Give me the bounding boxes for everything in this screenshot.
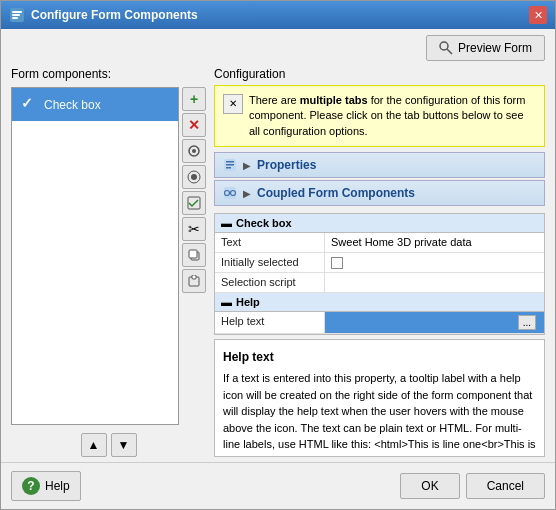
help-section-header[interactable]: ▬ Help	[215, 293, 544, 312]
help-button[interactable]: ? Help	[11, 471, 81, 501]
properties-tab-icon	[223, 158, 237, 172]
list-item[interactable]: ✓ Check box	[12, 88, 178, 121]
tab-properties-label: Properties	[257, 158, 316, 172]
coupled-tab-icon	[223, 186, 237, 200]
action-buttons: OK Cancel	[400, 473, 545, 499]
tab-section: ▶ Properties ▶ Coupled Form Components	[214, 152, 545, 208]
ok-button[interactable]: OK	[400, 473, 459, 499]
option1-button[interactable]	[182, 165, 206, 189]
svg-text:✓: ✓	[21, 95, 33, 111]
main-content: Form components: ✓ Check box +	[1, 67, 555, 462]
move-up-button[interactable]: ▲	[81, 433, 107, 457]
check-box-section-header[interactable]: ▬ Check box	[215, 214, 544, 233]
title-bar: Configure Form Components ✕	[1, 1, 555, 29]
initially-selected-row: Initially selected	[215, 253, 544, 273]
properties-tab-arrow: ▶	[243, 160, 251, 171]
configure-button[interactable]	[182, 139, 206, 163]
svg-point-11	[191, 174, 197, 180]
svg-rect-20	[226, 167, 231, 169]
properties-table: ▬ Check box Text Sweet Home 3D private d…	[214, 213, 545, 335]
initially-selected-label: Initially selected	[215, 253, 325, 272]
help-text-value[interactable]: ...	[325, 312, 544, 333]
text-value[interactable]: Sweet Home 3D private data	[325, 233, 544, 252]
help-text-description: Help text If a text is entered into this…	[214, 339, 545, 457]
help-text-edit-button[interactable]: ...	[518, 315, 536, 330]
tab-coupled-forms-label: Coupled Form Components	[257, 186, 415, 200]
initially-selected-checkbox[interactable]	[331, 257, 343, 269]
remove-component-button[interactable]: ✕	[182, 113, 206, 137]
svg-rect-2	[12, 14, 20, 16]
svg-rect-14	[189, 250, 197, 258]
components-area: ✓ Check box + ✕	[11, 87, 206, 425]
section-collapse-icon: ▬	[221, 217, 232, 229]
warning-box: ✕ There are multiple tabs for the config…	[214, 85, 545, 147]
tab-coupled-forms[interactable]: ▶ Coupled Form Components	[214, 180, 545, 206]
add-component-button[interactable]: +	[182, 87, 206, 111]
help-text-body: If a text is entered into this property,…	[223, 370, 536, 457]
initially-selected-value[interactable]	[325, 253, 544, 272]
components-label: Form components:	[11, 67, 206, 81]
paste-button[interactable]	[182, 269, 206, 293]
help-collapse-icon: ▬	[221, 296, 232, 308]
list-item-label: Check box	[44, 98, 101, 112]
cancel-button[interactable]: Cancel	[466, 473, 545, 499]
config-label: Configuration	[214, 67, 545, 81]
warning-text: There are multiple tabs for the configur…	[249, 93, 536, 139]
svg-rect-19	[226, 164, 234, 166]
svg-point-4	[440, 42, 448, 50]
toolbar: Preview Form	[1, 29, 555, 67]
window-title: Configure Form Components	[31, 8, 198, 22]
svg-rect-16	[192, 275, 196, 279]
help-text-label: Help text	[215, 312, 325, 333]
right-panel: Configuration ✕ There are multiple tabs …	[214, 67, 545, 457]
close-button[interactable]: ✕	[529, 6, 547, 24]
preview-form-button[interactable]: Preview Form	[426, 35, 545, 61]
text-label: Text	[215, 233, 325, 252]
bottom-bar: ? Help OK Cancel	[1, 462, 555, 509]
help-icon: ?	[22, 477, 40, 495]
left-panel: Form components: ✓ Check box +	[11, 67, 206, 457]
option2-button[interactable]	[182, 191, 206, 215]
text-property-row: Text Sweet Home 3D private data	[215, 233, 544, 253]
nav-buttons: ▲ ▼	[11, 433, 206, 457]
window-icon	[9, 7, 25, 23]
side-buttons: + ✕	[179, 87, 206, 425]
cut-button[interactable]: ✂	[182, 217, 206, 241]
help-text-title: Help text	[223, 348, 536, 366]
section-label: Check box	[236, 217, 292, 229]
svg-point-9	[192, 149, 196, 153]
selection-script-value[interactable]	[325, 273, 544, 292]
dismiss-warning-button[interactable]: ✕	[223, 94, 243, 114]
coupled-tab-arrow: ▶	[243, 188, 251, 199]
components-list: ✓ Check box	[11, 87, 179, 425]
svg-rect-3	[12, 17, 18, 19]
selection-script-row: Selection script	[215, 273, 544, 293]
checkbox-icon: ✓	[18, 93, 38, 116]
svg-rect-1	[12, 11, 22, 13]
copy-button[interactable]	[182, 243, 206, 267]
help-section-label: Help	[236, 296, 260, 308]
help-text-row: Help text ...	[215, 312, 544, 334]
move-down-button[interactable]: ▼	[111, 433, 137, 457]
svg-line-5	[447, 49, 452, 54]
tab-properties[interactable]: ▶ Properties	[214, 152, 545, 178]
svg-rect-18	[226, 161, 234, 163]
magnifier-icon	[439, 41, 453, 55]
selection-script-label: Selection script	[215, 273, 325, 292]
window: Configure Form Components ✕ Preview Form…	[0, 0, 556, 510]
